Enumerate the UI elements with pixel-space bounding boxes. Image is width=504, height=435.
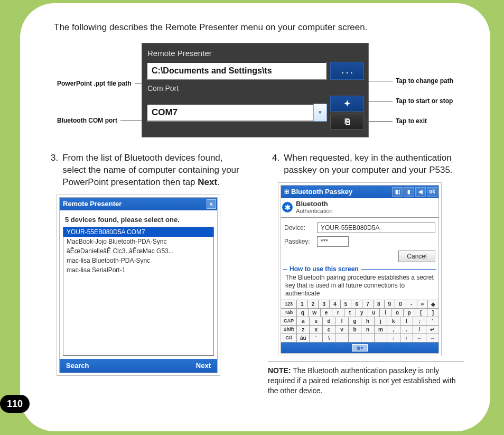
keyboard-key[interactable]: \ [323,334,335,342]
keyboard-key[interactable]: q [297,309,309,317]
keyboard-key[interactable] [361,334,374,342]
keyboard-key[interactable]: 7 [362,300,374,308]
keyboard-key[interactable]: Tab [281,309,297,317]
page-number: 110 [0,395,30,413]
browse-button[interactable]: . . . [330,62,364,80]
keyboard-key[interactable]: 123 [281,300,297,308]
list-item[interactable]: âĒœDanielleâĒ Clc3.,âĒœMac G53... [63,246,213,256]
keyboard-key[interactable]: k [387,317,400,325]
bluetooth-header: ✱ Bluetooth Authentication [281,198,438,215]
keyboard-key[interactable]: u [368,309,380,317]
window-title: Remote Presenter [63,200,122,208]
keyboard-key[interactable]: / [413,326,426,334]
keyboard-key[interactable]: [ [415,309,427,317]
keyboard-key[interactable]: ↓ [387,334,400,342]
step-3: 3. From the list of Bluetooth devices fo… [51,152,242,189]
keyboard-key[interactable]: 1 [297,300,308,308]
keyboard-key[interactable]: p [404,309,415,317]
keyboard-key[interactable]: g [349,317,361,325]
keyboard-key[interactable]: 5 [341,300,352,308]
ppt-path-input[interactable]: C:\Documents and Settings\ts [146,62,327,80]
list-item[interactable]: MacBook-Jojo Bluetooth-PDA-Sync [63,237,213,246]
keyboard-key[interactable]: x [310,326,322,334]
keyboard-key[interactable]: l [400,317,413,325]
keyboard-key[interactable]: ] [427,309,438,317]
keyboard-key[interactable]: a [297,317,310,325]
keyboard-key[interactable]: b [349,326,361,334]
keyboard-key[interactable]: ' [426,317,438,325]
keyboard-key[interactable]: 6 [351,300,362,308]
start-stop-button[interactable]: ✦ [330,96,364,112]
keyboard-key[interactable]: t [344,309,356,317]
softkey-search[interactable]: Search [66,362,89,369]
keyboard-key[interactable]: o [391,309,403,317]
keyboard-key[interactable]: = [417,300,428,308]
keyboard-key[interactable]: 4 [330,300,341,308]
keyboard-key[interactable]: z [297,326,310,334]
keyboard-key[interactable]: 2 [308,300,319,308]
device-name-input[interactable]: YOUR-55EB080D5A [317,223,435,233]
keyboard-key[interactable]: Shift [281,326,297,334]
keyboard-key[interactable]: 9 [385,300,396,308]
keyboard-key[interactable]: s [310,317,322,325]
keyboard-toggle-icon[interactable]: ▦▾ [352,344,368,351]
keyboard-key[interactable]: ↑ [400,334,413,342]
signal-icon[interactable]: ▮ [404,187,414,197]
keyboard-key[interactable]: r [332,309,344,317]
com-port-label: Com Port [146,83,364,96]
keyboard-key[interactable]: 8 [374,300,385,308]
close-icon[interactable]: × [207,199,216,209]
keyboard-key[interactable]: j [375,317,387,325]
keyboard-key[interactable] [375,334,387,342]
list-item[interactable]: mac-lisa SerialPort-1 [63,265,213,275]
softkey-next[interactable]: Next [196,362,211,369]
exit-button[interactable]: ⎘ [330,114,364,129]
keyboard-key[interactable]: h [361,317,374,325]
keyboard-key[interactable]: ← [413,334,426,342]
keyboard-key[interactable]: ↵ [426,326,438,334]
volume-icon[interactable]: ◀ [415,187,426,197]
keyboard-key[interactable]: ◆ [428,300,438,308]
com-port-dropdown[interactable]: COM7 ▾ [146,104,327,122]
keyboard-key[interactable]: → [426,334,438,342]
keyboard-key[interactable]: 0 [395,300,406,308]
list-item[interactable]: YOUR-55EB080D5A COM7 [63,227,213,237]
keyboard-key[interactable]: - [406,300,417,308]
keyboard-key[interactable]: áü [297,334,310,342]
keyboard-key[interactable] [349,334,361,342]
keyboard-key[interactable]: w [309,309,320,317]
step-number: 3. [51,152,58,189]
keyboard-key[interactable]: e [321,309,332,317]
keyboard-key[interactable]: m [375,326,387,334]
keyboard-key[interactable]: ` [310,334,322,342]
widget-title: Remote Presenter [146,47,364,62]
keyboard-key[interactable]: c [323,326,335,334]
howto-heading-text: How to use this screen [290,265,359,273]
keyboard-key[interactable]: i [380,309,391,317]
device-listbox[interactable]: YOUR-55EB080D5A COM7 MacBook-Jojo Blueto… [63,227,214,356]
list-item[interactable]: mac-lisa Bluetooth-PDA-Sync [63,256,213,265]
label-com-port: Bluetooth COM port [57,117,117,124]
keyboard-key[interactable]: CAP [281,317,297,325]
leader-line [366,81,393,81]
keyboard-key[interactable]: Ctl [281,334,297,342]
service-icon[interactable]: ◧ [392,187,403,197]
keyboard-key[interactable]: f [335,317,348,325]
cancel-button[interactable]: Cancel [398,251,435,262]
keyboard-key[interactable]: n [361,326,374,334]
bt-head-title: Bluetooth [296,200,333,208]
keyboard-key[interactable]: d [323,317,335,325]
step-number: 4. [272,152,279,177]
chevron-down-icon[interactable]: ▾ [313,104,327,122]
passkey-input[interactable]: *** [317,236,349,247]
keyboard-key[interactable] [335,334,348,342]
keyboard-key[interactable]: v [335,326,348,334]
ok-button[interactable]: ok [427,187,437,197]
keyboard-key[interactable]: , [387,326,400,334]
keyboard-key[interactable]: y [356,309,368,317]
softkey-bar: Search Next [60,359,217,373]
keyboard-key[interactable]: ; [413,317,426,325]
keyboard-key[interactable]: 3 [319,300,330,308]
keyboard-key[interactable]: . [400,326,413,334]
onscreen-keyboard[interactable]: 1231234567890-=◆ Tabqwertyuiop[] CAPasdf… [281,300,438,343]
